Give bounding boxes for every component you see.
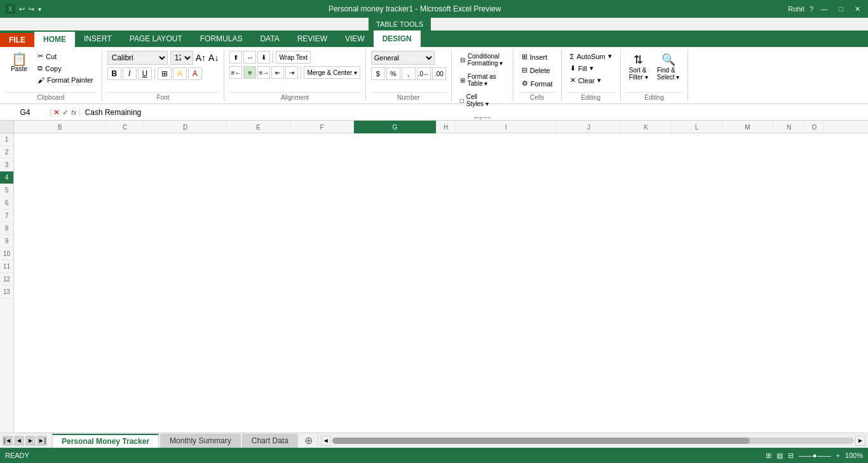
quick-access-redo[interactable]: ↪	[29, 5, 34, 13]
editing-label2: Editing	[626, 92, 683, 101]
zoom-in-icon[interactable]: +	[836, 452, 839, 459]
tab-home[interactable]: HOME	[34, 30, 75, 47]
currency-button[interactable]: $	[371, 67, 385, 80]
copy-button[interactable]: ⧉ Copy	[34, 63, 97, 74]
confirm-formula-icon[interactable]: ✓	[62, 108, 69, 117]
font-size-select[interactable]: 12	[170, 51, 193, 65]
h-scrollbar-track[interactable]	[332, 438, 854, 444]
cell-reference-input[interactable]	[0, 108, 51, 117]
insert-label: Insert	[530, 53, 548, 61]
status-right: ⊞ ▤ ⊟ ——●—— + 100%	[766, 452, 863, 460]
paste-button[interactable]: 📋 Paste	[5, 51, 33, 74]
comma-button[interactable]: ,	[402, 67, 416, 80]
font-grow-icon[interactable]: A↑	[196, 53, 206, 63]
font-color-button[interactable]: A	[188, 67, 202, 80]
sheet-tabs-bar: |◄ ◄ ► ►| Personal Money Tracker Monthly…	[0, 433, 868, 448]
autosum-button[interactable]: Σ AutoSum ▾	[567, 51, 615, 62]
tab-file[interactable]: FILE	[0, 33, 34, 47]
increase-indent-button[interactable]: ⇥	[285, 66, 298, 79]
tab-formulas[interactable]: FORMULAS	[191, 30, 252, 47]
restore-btn[interactable]: □	[835, 3, 846, 15]
sheet-tab-chart[interactable]: Chart Data	[242, 434, 298, 448]
tab-view[interactable]: VIEW	[336, 30, 374, 47]
col-n: N	[773, 121, 805, 133]
format-painter-button[interactable]: 🖌 Format Painter	[34, 75, 97, 85]
decrease-indent-button[interactable]: ⇤	[271, 66, 284, 79]
sheet-tab-personal[interactable]: Personal Money Tracker	[52, 434, 159, 448]
align-top-button[interactable]: ⬆	[229, 51, 242, 64]
number-format-select[interactable]: General	[371, 51, 435, 65]
fill-button[interactable]: ⬇ Fill ▾	[567, 63, 597, 74]
merge-center-button[interactable]: Merge & Center ▾	[304, 66, 360, 79]
font-bottom-row: B I U ⊞ A A	[107, 67, 202, 80]
align-right-button[interactable]: ≡→	[257, 66, 270, 79]
zoom-level: 100%	[845, 452, 863, 459]
fill-icon: ⬇	[570, 64, 576, 72]
zoom-slider[interactable]: ——●——	[799, 452, 831, 459]
ribbon-cells: ⊞ Insert ⊟ Delete ⚙ Format Cells	[513, 50, 562, 101]
tab-data[interactable]: DATA	[251, 30, 288, 47]
insert-function-icon[interactable]: fx	[71, 109, 77, 116]
page-break-icon[interactable]: ⊟	[788, 452, 794, 460]
tab-scroll-left-start[interactable]: |◄	[3, 436, 13, 446]
format-cells-button[interactable]: ⚙ Format	[519, 77, 556, 90]
add-sheet-button[interactable]: ⊕	[299, 434, 318, 446]
copy-label: Copy	[45, 65, 62, 72]
format-painter-label: Format Painter	[47, 76, 93, 84]
editing-content: Σ AutoSum ▾ ⬇ Fill ▾ ✕ Clear ▾	[567, 50, 615, 92]
delete-label: Delete	[530, 67, 550, 74]
increase-decimal-button[interactable]: .00	[432, 67, 446, 80]
decrease-decimal-button[interactable]: .0←	[417, 67, 431, 80]
align-middle-button[interactable]: ↔	[243, 51, 256, 64]
fill-label: Fill	[578, 65, 587, 72]
normal-view-icon[interactable]: ⊞	[766, 452, 771, 460]
scroll-left-btn[interactable]: ◄	[321, 436, 331, 446]
col-i: I	[456, 121, 557, 133]
percent-button[interactable]: %	[386, 67, 400, 80]
tab-design[interactable]: DESIGN	[374, 30, 421, 47]
sheet-tab-monthly[interactable]: Monthly Summary	[160, 434, 241, 448]
cell-styles-button[interactable]: □ CellStyles ▾	[457, 91, 508, 109]
font-shrink-icon[interactable]: A↓	[208, 53, 219, 63]
wrap-text-button[interactable]: Wrap Text	[276, 51, 311, 64]
row-8: 8	[0, 222, 13, 235]
underline-button[interactable]: U	[138, 67, 152, 80]
cancel-formula-icon[interactable]: ✕	[53, 108, 60, 117]
autosum-label: AutoSum	[576, 53, 605, 60]
tab-page-layout[interactable]: PAGE LAYOUT	[121, 30, 191, 47]
close-btn[interactable]: ✕	[851, 3, 863, 15]
scroll-right-btn[interactable]: ►	[855, 436, 865, 446]
clear-button[interactable]: ✕ Clear ▾	[567, 75, 604, 86]
italic-button[interactable]: I	[123, 67, 137, 80]
row-7: 7	[0, 210, 13, 222]
insert-cells-button[interactable]: ⊞ Insert	[519, 51, 556, 63]
conditional-formatting-button[interactable]: ⊟ ConditionalFormatting ▾	[457, 51, 508, 69]
sort-filter-button[interactable]: ⇅ Sort &Filter ▾	[626, 51, 651, 83]
tab-scroll-left[interactable]: ◄	[14, 436, 24, 446]
quick-access-undo[interactable]: ↩	[19, 5, 25, 13]
align-bottom-button[interactable]: ⬇	[257, 51, 270, 64]
sort-find-content: ⇅ Sort &Filter ▾ 🔍 Find &Select ▾	[626, 50, 683, 92]
align-left-button[interactable]: ≡←	[229, 66, 242, 79]
tab-review[interactable]: REVIEW	[288, 30, 336, 47]
col-o: O	[805, 121, 824, 133]
tab-scroll-right[interactable]: ►	[25, 436, 36, 446]
tab-insert[interactable]: INSERT	[75, 30, 121, 47]
clear-label: Clear	[578, 77, 595, 84]
align-center-button[interactable]: ≡	[243, 66, 256, 79]
border-button[interactable]: ⊞	[158, 67, 172, 80]
bold-button[interactable]: B	[107, 67, 121, 80]
delete-cells-button[interactable]: ⊟ Delete	[519, 64, 556, 76]
minimize-btn[interactable]: —	[818, 3, 830, 15]
formula-input[interactable]	[80, 108, 868, 117]
format-as-table-button[interactable]: ⊞ Format asTable ▾	[457, 71, 508, 89]
font-name-select[interactable]: Calibri	[107, 51, 168, 65]
row-12: 12	[0, 273, 13, 286]
fill-color-button[interactable]: A	[173, 67, 187, 80]
autosum-icon: Σ	[570, 53, 574, 60]
cut-button[interactable]: ✂ Cut	[34, 51, 97, 62]
help-icon[interactable]: ?	[810, 5, 813, 13]
tab-scroll-right-end[interactable]: ►|	[37, 436, 47, 446]
find-select-button[interactable]: 🔍 Find &Select ▾	[654, 51, 683, 83]
page-layout-icon[interactable]: ▤	[776, 452, 783, 460]
